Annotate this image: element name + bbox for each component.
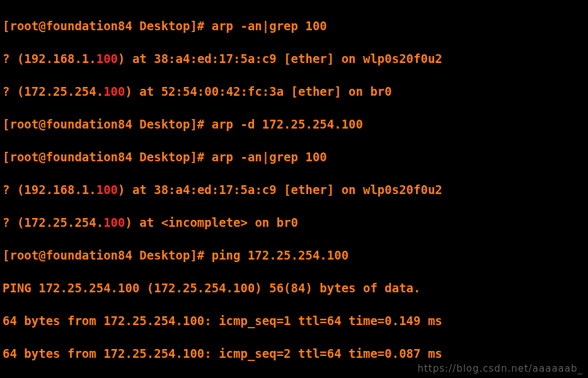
arp-entry-part: ) at 38:a4:ed:17:5a:c9 [ether] on wlp0s2…: [118, 52, 442, 66]
arp-entry-part: ? (192.168.1.: [3, 183, 96, 197]
grep-match: 100: [103, 84, 125, 98]
prompt-line: [root@foundation84 Desktop]# arp -d 172.…: [3, 116, 585, 132]
arp-entry-part: ) at <incomplete> on br0: [125, 215, 298, 229]
prompt-line: [root@foundation84 Desktop]# ping 172.25…: [3, 247, 585, 263]
arp-entry-part: ? (172.25.254.: [3, 215, 103, 229]
terminal-window[interactable]: [root@foundation84 Desktop]# arp -an|gre…: [0, 0, 588, 378]
prompt-line: [root@foundation84 Desktop]# arp -an|gre…: [3, 18, 585, 34]
command-input[interactable]: ping 172.25.254.100: [212, 248, 349, 262]
output-line: ? (192.168.1.100) at 38:a4:ed:17:5a:c9 […: [3, 181, 585, 198]
grep-match: 100: [96, 183, 118, 197]
command-input[interactable]: arp -d 172.25.254.100: [212, 117, 363, 131]
shell-prompt: [root@foundation84 Desktop]#: [3, 117, 212, 131]
ping-header: PING 172.25.254.100 (172.25.254.100) 56(…: [3, 280, 585, 296]
arp-entry-part: ) at 52:54:00:42:fc:3a [ether] on br0: [125, 84, 391, 98]
shell-prompt: [root@foundation84 Desktop]#: [3, 150, 212, 164]
grep-match: 100: [103, 215, 125, 229]
ping-reply: 64 bytes from 172.25.254.100: icmp_seq=2…: [3, 345, 585, 362]
arp-entry-part: ) at 38:a4:ed:17:5a:c9 [ether] on wlp0s2…: [118, 183, 442, 197]
command-input[interactable]: arp -an|grep 100: [212, 19, 327, 33]
arp-entry-part: ? (172.25.254.: [3, 84, 103, 98]
shell-prompt: [root@foundation84 Desktop]#: [3, 19, 212, 33]
output-line: ? (172.25.254.100) at 52:54:00:42:fc:3a …: [3, 83, 585, 100]
shell-prompt: [root@foundation84 Desktop]#: [3, 248, 212, 262]
watermark-text: https://blog.csdn.net/aaaaaab_: [417, 363, 583, 374]
prompt-line: [root@foundation84 Desktop]# arp -an|gre…: [3, 149, 585, 165]
ping-reply: 64 bytes from 172.25.254.100: icmp_seq=1…: [3, 312, 585, 329]
output-line: ? (172.25.254.100) at <incomplete> on br…: [3, 214, 585, 231]
arp-entry-part: ? (192.168.1.: [3, 52, 96, 66]
command-input[interactable]: arp -an|grep 100: [212, 150, 327, 164]
output-line: ? (192.168.1.100) at 38:a4:ed:17:5a:c9 […: [3, 50, 585, 67]
grep-match: 100: [96, 52, 118, 66]
